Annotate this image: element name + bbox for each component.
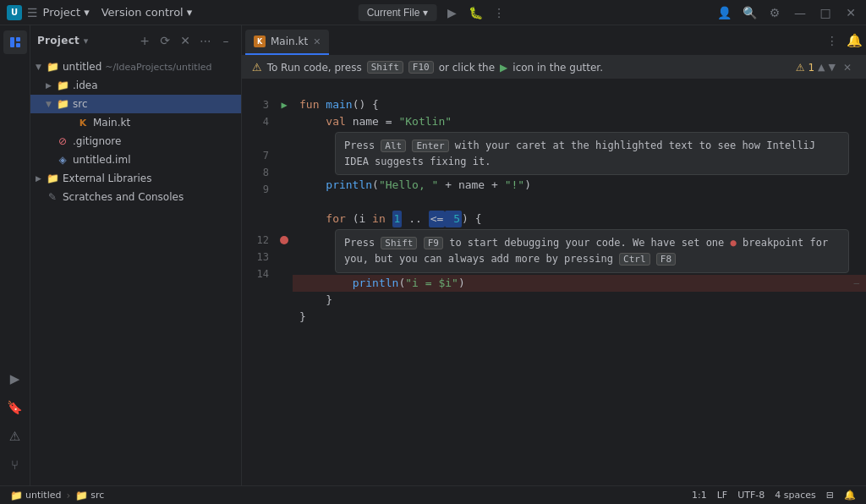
status-indent-label: 4 spaces [775, 490, 816, 501]
run-icon[interactable]: ▶ [443, 6, 460, 19]
ln-tooltip2 [249, 215, 269, 232]
breakpoint-dot[interactable] [280, 236, 288, 244]
punct-paren: () { [353, 96, 379, 113]
status-lf-label: LF [717, 490, 727, 501]
tree-item-idea[interactable]: ▶ 📁 .idea [30, 76, 241, 95]
sidebar-collapse-button[interactable]: – [217, 32, 234, 49]
status-line-ending[interactable]: LF [714, 490, 731, 501]
settings-icon[interactable]: ⚙ [766, 6, 783, 19]
enter-key: Enter [412, 140, 448, 152]
kw-fun: fun [299, 96, 326, 113]
activity-problems-icon[interactable]: ⚠ [3, 425, 27, 448]
status-project[interactable]: 📁 untitled [7, 490, 64, 501]
status-notification-icon[interactable]: 🔔 [841, 490, 859, 501]
activity-git-icon[interactable]: ⑂ [3, 453, 27, 477]
tree-item-gitignore[interactable]: ⊘ .gitignore [30, 132, 241, 151]
sidebar-more-button[interactable]: ⋯ [197, 32, 214, 49]
tab-label: Main.kt [271, 36, 308, 47]
status-encoding[interactable]: UTF-8 [734, 490, 768, 501]
f9-key: F9 [424, 237, 443, 249]
num-5: 5 [445, 211, 462, 227]
project-menu[interactable]: Project ▾ [43, 6, 90, 19]
status-layout-icon[interactable]: ⊟ [823, 490, 837, 501]
warning-chevron-up[interactable]: ▲ [818, 62, 825, 73]
tab-kotlin-icon: K [254, 36, 266, 47]
gutter: ▶ [276, 79, 293, 485]
tab-close-icon[interactable]: ✕ [313, 36, 321, 47]
activity-bookmark-icon[interactable]: 🔖 [3, 396, 27, 419]
tab-more-button[interactable]: ⋮ [821, 34, 843, 47]
status-position[interactable]: 1:1 [688, 490, 710, 501]
activity-files-icon[interactable] [3, 30, 27, 54]
sidebar-header: Project ▾ + ⟳ ✕ ⋯ – [30, 25, 241, 56]
run-indicator-icon[interactable]: ▶ [281, 99, 287, 111]
indent-9 [299, 211, 326, 227]
status-right: 1:1 LF UTF-8 4 spaces ⊟ 🔔 [688, 490, 859, 501]
kw-for: for [326, 211, 352, 227]
punct-println2-open: ( [398, 275, 405, 292]
indent-4 [299, 113, 326, 130]
tree-item-scratches[interactable]: ✎ Scratches and Consoles [30, 188, 241, 206]
tree-arrow-src: ▼ [46, 100, 56, 108]
hamburger-menu-icon[interactable]: ☰ [27, 6, 38, 19]
warning-settings-icon[interactable]: ✕ [839, 62, 856, 74]
profile-icon[interactable]: 👤 [715, 6, 732, 19]
status-indent[interactable]: 4 spaces [771, 490, 819, 501]
status-bar: 📁 untitled › 📁 src 1:1 LF UTF-8 4 spaces… [0, 485, 866, 504]
notification-bell-icon[interactable]: 🔔 [847, 33, 863, 48]
code-editor[interactable]: 3 4 7 8 9 12 13 14 ▶ [242, 79, 866, 485]
gutter-tt2 [276, 215, 293, 232]
code-line-7: println ( "Hello, " + name + "!" ) [293, 177, 866, 194]
status-src-label: src [90, 490, 104, 501]
punct-println1: ( [372, 177, 379, 194]
sidebar-refresh-button[interactable]: ⟳ [156, 32, 173, 49]
punct-close-brace1: } [326, 292, 332, 309]
ln-12: 12 [249, 232, 269, 249]
sidebar-title: Project ▾ [37, 35, 88, 47]
maximize-button[interactable]: □ [817, 6, 834, 19]
alt-key: Alt [381, 140, 406, 152]
activity-bottom-group: ▶ 🔖 ⚠ ⑂ [3, 365, 27, 482]
close-button[interactable]: ✕ [842, 6, 859, 19]
tree-item-untitled-root[interactable]: ▼ 📁 untitled ~/IdeaProjects/untitled [30, 58, 241, 76]
tree-item-main-kt[interactable]: K Main.kt [30, 113, 241, 132]
ctrl-key: Ctrl [619, 253, 650, 266]
folder-icon-external-libs: 📁 [46, 172, 59, 185]
kotlin-file-icon: K [76, 116, 90, 129]
ln-4: 4 [249, 113, 269, 130]
str-i-eq: "i = $i" [405, 275, 458, 292]
tree-arrow-idea: ▶ [46, 81, 56, 90]
status-src[interactable]: 📁 src [72, 490, 107, 501]
debug-icon[interactable]: 🐛 [467, 6, 484, 19]
status-encoding-label: UTF-8 [737, 490, 765, 501]
ln-empty1 [249, 79, 269, 96]
tab-main-kt[interactable]: K Main.kt ✕ [245, 30, 329, 55]
current-file-button[interactable]: Current File ▾ [359, 4, 437, 21]
gitignore-file-icon: ⊘ [56, 134, 69, 148]
info-text-or: or click the [439, 62, 495, 74]
svg-rect-1 [16, 37, 20, 41]
warning-chevron-down[interactable]: ▼ [829, 62, 836, 73]
tree-item-external-libs[interactable]: ▶ 📁 External Libraries [30, 169, 241, 188]
tree-arrow-external-libs: ▶ [36, 174, 46, 183]
vcs-menu[interactable]: Version control ▾ [101, 6, 193, 19]
gutter-empty2 [276, 130, 293, 147]
code-content[interactable]: fun main () { val name = "Kotlin" Press … [293, 79, 866, 485]
code-line-14: } [293, 309, 866, 326]
sidebar-add-button[interactable]: + [136, 32, 153, 49]
tree-item-iml[interactable]: ◈ untitled.iml [30, 151, 241, 169]
sidebar-close-button[interactable]: ✕ [177, 32, 194, 49]
more-run-options-icon[interactable]: ⋮ [491, 6, 507, 19]
ln-3: 3 [249, 96, 269, 113]
activity-run-icon[interactable]: ▶ [3, 367, 27, 391]
warning-badge: ⚠ 1 ▲ ▼ ✕ [796, 62, 856, 74]
warning-icon: ⚠ [252, 61, 262, 74]
search-everywhere-icon[interactable]: 🔍 [741, 6, 758, 19]
gutter-breakpoint[interactable] [276, 232, 293, 249]
minimize-button[interactable]: — [792, 6, 808, 19]
tree-item-src[interactable]: ▼ 📁 src [30, 95, 241, 113]
gutter-run[interactable]: ▶ [276, 96, 293, 113]
status-left: 📁 untitled › 📁 src [7, 490, 107, 501]
str-hello: "Hello, " [379, 177, 438, 194]
app-icon[interactable]: U [7, 5, 22, 20]
